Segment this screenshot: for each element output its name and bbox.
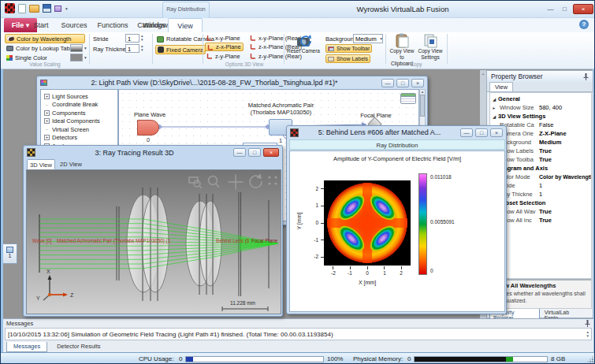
wave-scene-label: Wave [0] — [32, 238, 52, 244]
close-button[interactable]: × — [490, 128, 503, 137]
save-icon[interactable] — [43, 4, 51, 13]
plane-wave-node[interactable] — [137, 120, 159, 136]
component-scene-label: Matched Achromatic Pair (Thorlabs MAP103… — [57, 238, 171, 244]
lookup-gradient-swatch[interactable]: ▾ — [70, 44, 83, 52]
maximize-button[interactable]: □ — [248, 148, 261, 157]
description-title: Show All Wavelengths — [493, 282, 588, 289]
expand-icon[interactable]: + — [44, 110, 50, 116]
tree-item-ideal-components[interactable]: +Ideal Components — [41, 117, 117, 126]
tree-item-detectors[interactable]: +Detectors — [41, 134, 117, 143]
light-path-window-titlebar[interactable]: 2: Light Path View (D:\SkyDrive\...\2015… — [37, 76, 427, 89]
memory-bar — [414, 356, 548, 362]
reset-camera-button[interactable]: Reset Camera — [286, 33, 321, 54]
qat-dropdown-icon[interactable]: ▾ — [65, 6, 68, 11]
stride-stepper[interactable]: 1 ▲▼ — [125, 34, 143, 43]
ray-thickness-stepper[interactable]: 1 ▲▼ — [125, 44, 143, 53]
detector-window-title: 5: Behind Lens #606 after Matched A... — [301, 128, 458, 136]
show-labels-button[interactable]: Show Labels — [325, 54, 370, 63]
zx-plane-button[interactable]: z-x-Plane — [205, 43, 244, 51]
color-by-lookup-table-button[interactable]: Color by Lookup Table — [5, 44, 76, 53]
resize-grip[interactable] — [587, 356, 593, 362]
ray-tracing-window: 3: Ray Tracing Result 3D — □ × 3D View 2… — [23, 145, 283, 317]
close-button[interactable]: × — [573, 4, 593, 14]
tab-messages[interactable]: Messages — [6, 342, 47, 352]
tab-detector-results[interactable]: Detector Results — [50, 342, 106, 352]
tab-start[interactable]: Start — [26, 18, 56, 32]
plane-axis-icon — [250, 53, 256, 59]
plot-title: Amplitude of Y-Component of Electric Fie… — [290, 155, 504, 162]
open-folder-icon[interactable] — [29, 5, 39, 13]
pin-icon[interactable] — [585, 320, 590, 327]
single-color-swatch[interactable]: ▾ — [70, 54, 83, 61]
light-path-editor-icon[interactable] — [54, 6, 61, 12]
copy-settings-icon — [423, 33, 438, 48]
message-scroll-arrows[interactable]: ▲▼ — [586, 330, 591, 338]
clipboard-icon — [395, 33, 410, 48]
background-dropdown[interactable]: Medium▾ — [353, 34, 383, 43]
tab-3d-view[interactable]: 3D View — [27, 159, 55, 169]
y-axis-label: Y [mm] — [296, 202, 302, 241]
stride-spin-arrows[interactable]: ▲▼ — [140, 34, 143, 43]
app-title: Wyrowski VirtualLab Fusion — [316, 5, 489, 13]
help-icon[interactable]: ? — [579, 20, 589, 29]
contextual-tab-group: Ray Distribution — [162, 2, 210, 18]
collapse-up-icon[interactable]: ⌃ — [480, 72, 486, 78]
maximize-button[interactable]: □ — [559, 4, 571, 14]
close-button[interactable]: × — [411, 79, 424, 87]
maximize-button[interactable]: □ — [396, 79, 409, 87]
ray-thickness-spin-arrows[interactable]: ▲▼ — [140, 44, 143, 53]
tree-item-coordinate-break[interactable]: –Coordinate Break — [41, 101, 117, 110]
copy-view-settings-button[interactable]: Copy ViewSettings — [417, 33, 444, 61]
expand-icon[interactable]: + — [44, 94, 50, 99]
status-bar: CPU Usage: 0 100% Physical Memory: 0 8 G… — [1, 352, 595, 364]
tab-sources[interactable]: Sources — [56, 18, 92, 32]
property-row[interactable]: ▸Window Size580, 400 — [490, 103, 591, 112]
color-by-wavelength-button[interactable]: Color by Wavelength — [5, 34, 85, 43]
tab-windows[interactable]: Windows — [143, 18, 171, 32]
field-heatmap[interactable] — [324, 180, 411, 266]
cpu-usage-scale: 100% — [327, 355, 343, 362]
minimize-button[interactable]: — — [381, 79, 394, 87]
xy-plane-button[interactable]: x-y-Plane — [205, 34, 242, 42]
message-list[interactable]: [10/10/2015 13:32:06] Simulation of Geom… — [5, 328, 592, 340]
fixed-camera-button[interactable]: Fixed Camera — [155, 45, 206, 54]
ray-tracing-window-title: 3: Ray Tracing Result 3D — [38, 149, 231, 157]
map-label-line2: (Thorlabs MAP103050) — [220, 109, 342, 116]
tab-2d-view[interactable]: 2D View — [57, 159, 85, 169]
memory-value: 0 — [407, 355, 411, 362]
plane-axis-icon — [250, 35, 256, 41]
tree-item-light-sources[interactable]: +Light Sources — [41, 92, 117, 101]
messages-header-label: Messages — [6, 320, 585, 327]
memory-label: Physical Memory: — [353, 355, 403, 362]
tab-view-properties[interactable]: View — [489, 82, 513, 91]
docked-document-tab[interactable]: 1 — [3, 243, 17, 264]
ray-tracing-titlebar[interactable]: 3: Ray Tracing Result 3D — □ × — [24, 146, 282, 159]
property-tab-row: View — [487, 82, 593, 92]
description-text: Defines whether all wavelengths shall be… — [493, 290, 588, 304]
tree-item-virtual-screen[interactable]: –Virtual Screen — [41, 125, 117, 134]
quick-access-toolbar: ▾ — [5, 3, 68, 13]
pin-icon[interactable] — [583, 73, 589, 80]
detector-window-titlebar[interactable]: 5: Behind Lens #606 after Matched A... —… — [287, 126, 506, 139]
tree-item-components[interactable]: +Components — [41, 109, 117, 117]
new-document-icon[interactable] — [18, 4, 26, 13]
expand-icon[interactable]: + — [44, 118, 50, 124]
section-general[interactable]: ◢General — [490, 95, 591, 103]
expand-icon[interactable]: + — [44, 135, 50, 140]
minimize-button[interactable]: — — [460, 128, 473, 137]
x-tick: -2 — [327, 270, 340, 276]
maximize-button[interactable]: □ — [475, 128, 488, 137]
zy-plane-button[interactable]: z-y-Plane — [205, 52, 242, 60]
viewport-3d[interactable]: Wave [0] Matched Achromatic Pair (Thorla… — [26, 169, 281, 314]
show-toolbar-button[interactable]: Show Toolbar — [325, 44, 372, 53]
tab-functions[interactable]: Functions — [92, 18, 133, 32]
tab-view-active[interactable]: View — [168, 18, 203, 32]
property-browser-header: Property Browser — [487, 71, 593, 82]
title-bar: ▾ Ray Distribution Wyrowski VirtualLab F… — [1, 1, 595, 18]
close-button[interactable]: × — [263, 148, 279, 157]
section-3d-view-settings[interactable]: ◢3D View Settings — [490, 112, 591, 121]
minimize-button[interactable]: — — [233, 148, 246, 157]
x-tick: -1 — [344, 270, 356, 276]
detector-table-icon[interactable] — [400, 93, 416, 104]
minimize-button[interactable]: — — [545, 4, 556, 14]
